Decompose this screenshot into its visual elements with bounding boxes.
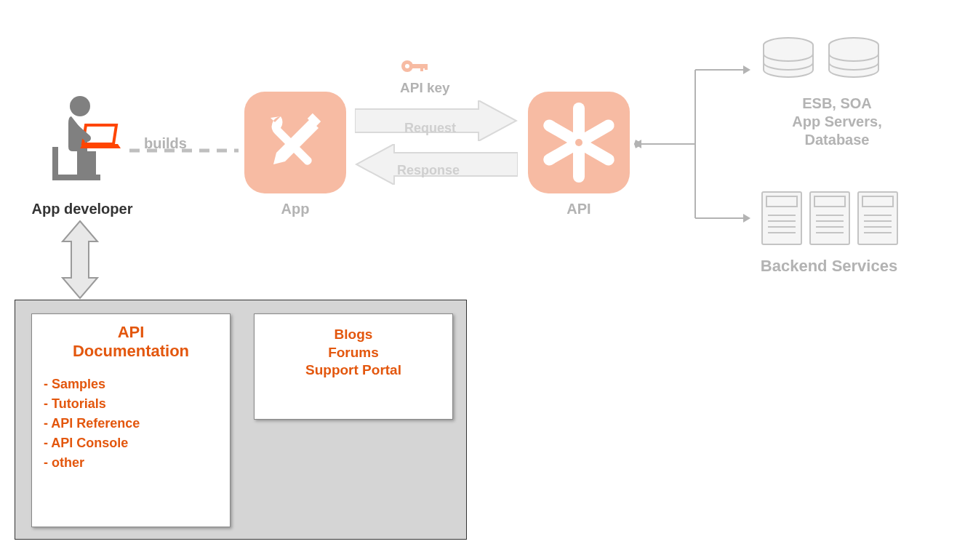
app-label: App [244,201,346,217]
developer-node [44,95,124,185]
doc-title: API Documentation [44,323,218,361]
database-icon [756,32,902,90]
community-card: BlogsForumsSupport Portal [254,313,453,420]
svg-marker-19 [743,65,750,74]
community-items: BlogsForumsSupport Portal [266,326,441,380]
svg-rect-9 [425,64,428,70]
updown-arrow [58,220,102,300]
svg-rect-8 [420,64,423,71]
svg-point-15 [575,139,582,146]
svg-marker-21 [743,214,750,223]
servers-icon [759,186,905,252]
svg-point-6 [405,64,409,68]
svg-rect-2 [52,147,58,180]
resources-panel: API Documentation - Samples- Tutorials- … [15,300,467,540]
api-label: API [528,201,630,217]
backend-services-label: Backend Services [742,256,916,276]
svg-rect-39 [862,196,893,207]
svg-rect-33 [814,196,845,207]
doc-items: - Samples- Tutorials- API Reference- API… [44,375,218,473]
svg-rect-27 [766,196,797,207]
backend-top-label: ESB, SOA App Servers, Database [775,95,899,149]
tools-icon [259,106,332,179]
gear-icon [539,103,619,183]
api-documentation-card: API Documentation - Samples- Tutorials- … [31,313,231,527]
builds-dashed-line [129,147,246,154]
svg-point-0 [70,96,90,116]
backend-connector [634,44,750,247]
api-node [528,92,630,193]
developer-icon [44,95,124,182]
svg-rect-1 [58,175,100,180]
svg-marker-44 [63,221,97,298]
api-key-label: API key [400,80,450,96]
response-label: Response [397,163,460,178]
developer-label: App developer [20,201,144,217]
key-icon [400,55,429,77]
request-label: Request [404,121,456,136]
app-node [244,92,346,193]
svg-rect-7 [412,64,426,68]
